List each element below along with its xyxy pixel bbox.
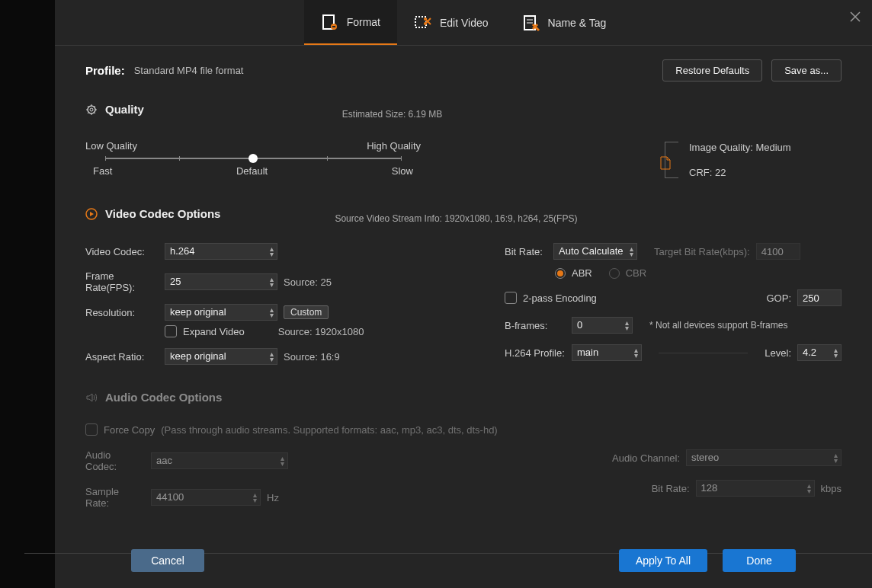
- audio-section-header: Audio Codec Options: [85, 391, 842, 404]
- video-codec-label: Video Codec:: [85, 246, 159, 257]
- level-label: Level:: [765, 347, 791, 359]
- tab-bar: Format Edit Video Name & Tag: [55, 0, 872, 46]
- default-label: Default: [236, 165, 268, 177]
- tab-name-label: Name & Tag: [548, 17, 607, 29]
- abr-radio[interactable]: [555, 268, 566, 279]
- bitrate-label: Bit Rate:: [505, 246, 547, 257]
- twopass-label: 2-pass Encoding: [523, 292, 597, 304]
- quality-section-header: Quality: [85, 103, 144, 116]
- bframes-note: * Not all devices support B-frames: [649, 320, 787, 331]
- close-button[interactable]: [849, 11, 861, 23]
- high-quality-label: High Quality: [367, 140, 421, 152]
- aspect-source: Source: 16:9: [284, 351, 340, 363]
- profile-value: Standard MP4 file format: [134, 65, 244, 76]
- play-circle-icon: [85, 208, 98, 220]
- low-quality-label: Low Quality: [85, 140, 137, 152]
- gop-label: GOP:: [766, 292, 791, 304]
- bframes-label: B-frames:: [505, 320, 566, 331]
- fps-select[interactable]: 25▴▾: [165, 273, 277, 290]
- cbr-radio[interactable]: [609, 268, 620, 279]
- format-icon: [321, 13, 339, 31]
- kbps-label: kbps: [821, 483, 842, 494]
- tab-name-tag[interactable]: Name & Tag: [505, 0, 624, 45]
- h264-profile-select[interactable]: main▴▾: [572, 344, 642, 361]
- audio-channel-select[interactable]: stereo▴▾: [686, 449, 842, 466]
- profile-label: Profile:: [85, 64, 125, 77]
- quality-info: Image Quality: Medium CRF: 22: [665, 140, 791, 178]
- audio-codec-label: Audio Codec:: [85, 449, 145, 472]
- edit-video-icon: [414, 14, 432, 32]
- audio-channel-label: Audio Channel:: [612, 452, 680, 464]
- sample-rate-label: Sample Rate:: [85, 486, 145, 509]
- aspect-select[interactable]: keep original▴▾: [165, 348, 277, 365]
- crf-value: CRF: 22: [689, 167, 791, 178]
- tab-format[interactable]: Format: [304, 0, 397, 45]
- save-as-button[interactable]: Save as...: [771, 59, 842, 81]
- slider-handle[interactable]: [248, 154, 258, 163]
- audio-codec-select[interactable]: aac▴▾: [151, 452, 288, 469]
- quality-slider[interactable]: [105, 158, 401, 159]
- restore-defaults-button[interactable]: Restore Defaults: [662, 59, 762, 81]
- bitrate-select[interactable]: Auto Calculate▴▾: [553, 243, 637, 260]
- audio-bitrate-select[interactable]: 128▴▾: [696, 480, 815, 497]
- abr-label: ABR: [572, 267, 592, 279]
- hz-label: Hz: [267, 492, 279, 503]
- resolution-source: Source: 1920x1080: [278, 326, 364, 337]
- custom-resolution-button[interactable]: Custom: [284, 305, 329, 319]
- level-select[interactable]: 4.2▴▾: [797, 344, 842, 361]
- gear-icon: [85, 104, 98, 116]
- target-bitrate-label: Target Bit Rate(kbps):: [654, 246, 750, 257]
- source-video-info: Source Video Stream Info: 1920x1080, 16:…: [335, 213, 577, 224]
- tab-edit-video[interactable]: Edit Video: [397, 0, 505, 45]
- done-button[interactable]: Done: [723, 549, 796, 572]
- video-section-header: Video Codec Options: [85, 207, 220, 220]
- quality-title: Quality: [105, 103, 144, 116]
- sample-rate-select[interactable]: 44100▴▾: [151, 489, 261, 506]
- bframes-select[interactable]: 0▴▾: [572, 317, 633, 334]
- fast-label: Fast: [93, 165, 112, 177]
- image-quality-value: Image Quality: Medium: [689, 142, 791, 153]
- footer: Cancel Apply To All Done: [55, 533, 872, 588]
- content-area: Profile: Standard MP4 file format Restor…: [55, 46, 872, 533]
- svg-point-5: [424, 22, 427, 25]
- twopass-checkbox[interactable]: [505, 292, 517, 304]
- slow-label: Slow: [392, 165, 413, 177]
- video-title: Video Codec Options: [105, 207, 220, 220]
- svg-point-4: [424, 18, 427, 21]
- format-dialog: Format Edit Video Name & Tag Profile: St…: [55, 0, 872, 588]
- fps-source: Source: 25: [284, 276, 332, 288]
- expand-video-label: Expand Video: [183, 326, 245, 337]
- audio-title: Audio Codec Options: [105, 391, 222, 404]
- svg-rect-2: [332, 26, 335, 27]
- svg-point-10: [90, 108, 93, 111]
- tab-edit-label: Edit Video: [440, 17, 489, 29]
- aspect-label: Aspect Ratio:: [85, 351, 159, 363]
- force-copy-checkbox[interactable]: [85, 423, 98, 436]
- force-copy-note: (Pass through audio streams. Supported f…: [161, 424, 498, 436]
- video-codec-select[interactable]: h.264▴▾: [165, 243, 277, 260]
- name-tag-icon: [522, 14, 540, 32]
- resolution-label: Resolution:: [85, 307, 159, 318]
- target-bitrate-input[interactable]: [756, 243, 800, 260]
- force-copy-label: Force Copy: [104, 424, 155, 436]
- h264-profile-label: H.264 Profile:: [505, 347, 566, 359]
- audio-bitrate-label: Bit Rate:: [652, 483, 690, 494]
- resolution-select[interactable]: keep original▴▾: [165, 304, 277, 321]
- cbr-label: CBR: [626, 267, 646, 279]
- profile-row: Profile: Standard MP4 file format Restor…: [85, 59, 842, 81]
- tab-format-label: Format: [347, 16, 380, 28]
- expand-video-checkbox[interactable]: [165, 325, 177, 337]
- close-icon: [849, 11, 861, 23]
- cancel-button[interactable]: Cancel: [131, 549, 204, 572]
- fps-label: Frame Rate(FPS):: [85, 270, 159, 293]
- document-icon: [659, 156, 672, 170]
- gop-input[interactable]: [797, 289, 842, 306]
- estimated-size: Estimated Size: 6.19 MB: [342, 109, 442, 120]
- apply-to-all-button[interactable]: Apply To All: [619, 549, 707, 572]
- speaker-icon: [85, 391, 98, 404]
